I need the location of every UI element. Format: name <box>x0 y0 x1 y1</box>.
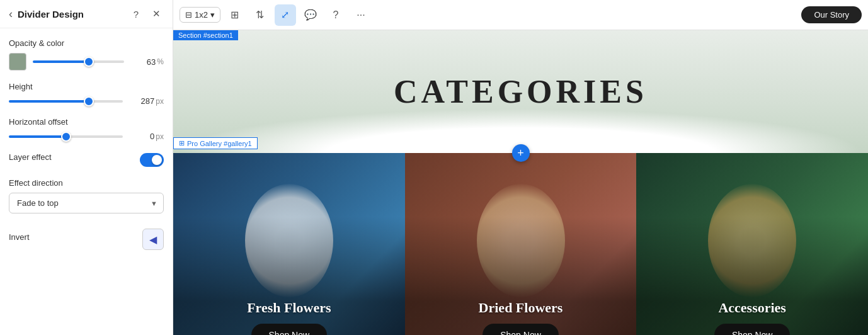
help-button[interactable]: ? <box>128 6 144 21</box>
card-fresh-content: Fresh Flowers Shop Now <box>173 300 405 335</box>
invert-section: Invert ◀ <box>9 229 164 250</box>
height-value-input[interactable] <box>129 96 154 106</box>
gallery-grid-icon: ⊞ <box>179 139 185 147</box>
opacity-slider-wrap <box>33 60 124 63</box>
add-button[interactable]: + <box>512 144 530 162</box>
effect-direction-select[interactable]: Fade to top Fade to bottom <box>9 193 164 213</box>
comment-button[interactable]: 💬 <box>300 4 321 26</box>
height-label: Height <box>9 82 164 91</box>
height-section: Height px <box>9 82 164 106</box>
card-fresh-title: Fresh Flowers <box>247 300 331 316</box>
height-slider-wrap <box>9 100 123 103</box>
chevron-down-icon: ▾ <box>210 10 215 20</box>
panel-title: Divider Design <box>18 9 123 20</box>
back-button[interactable]: ‹ <box>9 8 13 21</box>
section-tag[interactable]: Section #section1 <box>173 30 238 40</box>
opacity-color-section: Opacity & color % <box>9 38 164 71</box>
horizontal-offset-slider[interactable] <box>9 135 123 138</box>
layer-effect-label: Layer effect <box>9 152 52 162</box>
invert-label: Invert <box>9 232 30 242</box>
gallery-card-dried[interactable]: Dried Flowers Shop Now <box>405 153 637 335</box>
more-options-button[interactable]: ··· <box>350 4 372 26</box>
opacity-color-label: Opacity & color <box>9 38 164 48</box>
card-dried-shop-button[interactable]: Shop Now <box>483 324 559 335</box>
add-section-button[interactable]: ⊞ <box>224 4 246 26</box>
card-dried-content: Dried Flowers Shop Now <box>405 300 637 335</box>
horizontal-offset-label: Horizontal offset <box>9 117 164 127</box>
help-button[interactable]: ? <box>325 4 346 26</box>
opacity-unit: % <box>157 57 164 66</box>
canvas-area: ⊟ 1x2 ▾ ⊞ ⇅ ⤢ 💬 ? ··· Our Story Section … <box>173 0 868 335</box>
height-slider[interactable] <box>9 100 123 103</box>
panel-body: Opacity & color % Height <box>0 28 173 260</box>
gallery-grid: Fresh Flowers Shop Now Dried Flowers Sho… <box>173 153 868 335</box>
height-unit: px <box>156 97 164 106</box>
move-up-button[interactable]: ⇅ <box>249 4 271 26</box>
panel-header: ‹ Divider Design ? ✕ <box>0 0 173 28</box>
opacity-value-input[interactable] <box>130 57 156 67</box>
horizontal-offset-slider-wrap <box>9 135 123 138</box>
gallery-card-accessories[interactable]: Accessories Shop Now <box>636 153 868 335</box>
horizontal-offset-section: Horizontal offset px <box>9 117 164 141</box>
horizontal-offset-value-input[interactable] <box>129 132 154 141</box>
opacity-slider[interactable] <box>33 60 124 63</box>
stretch-button[interactable]: ⤢ <box>275 4 296 26</box>
effect-direction-section: Effect direction Fade to top Fade to bot… <box>9 178 164 213</box>
card-accessories-shop-button[interactable]: Shop Now <box>714 324 791 335</box>
gallery-tag-label: Pro Gallery #gallery1 <box>187 140 252 147</box>
horizontal-offset-unit: px <box>156 132 164 141</box>
gallery-tag[interactable]: ⊞ Pro Gallery #gallery1 <box>173 137 258 149</box>
nav-pill[interactable]: Our Story <box>801 6 862 23</box>
layout-label: 1x2 <box>195 10 208 20</box>
hero-section: CATEGORIES + <box>173 30 868 153</box>
gallery-card-fresh[interactable]: Fresh Flowers Shop Now <box>173 153 405 335</box>
layer-effect-section: Layer effect <box>9 152 164 167</box>
layer-effect-toggle[interactable] <box>140 153 164 167</box>
effect-direction-dropdown-wrap: Fade to top Fade to bottom ▼ <box>9 193 164 213</box>
effect-direction-label: Effect direction <box>9 178 164 188</box>
divider-design-panel: ‹ Divider Design ? ✕ Opacity & color % H… <box>0 0 173 335</box>
card-dried-title: Dried Flowers <box>479 300 563 316</box>
layout-select[interactable]: ⊟ 1x2 ▾ <box>180 7 220 23</box>
grid-icon: ⊟ <box>185 10 192 20</box>
card-accessories-title: Accessories <box>718 300 786 316</box>
top-toolbar: ⊟ 1x2 ▾ ⊞ ⇅ ⤢ 💬 ? ··· Our Story <box>173 0 868 30</box>
close-button[interactable]: ✕ <box>149 6 164 21</box>
invert-button[interactable]: ◀ <box>142 229 164 250</box>
card-accessories-content: Accessories Shop Now <box>636 300 868 335</box>
card-fresh-shop-button[interactable]: Shop Now <box>251 324 328 335</box>
canvas-content: Section #section1 CATEGORIES + ⊞ Pro Gal… <box>173 30 868 335</box>
hero-title: CATEGORIES <box>394 73 648 110</box>
color-swatch[interactable] <box>9 53 26 71</box>
